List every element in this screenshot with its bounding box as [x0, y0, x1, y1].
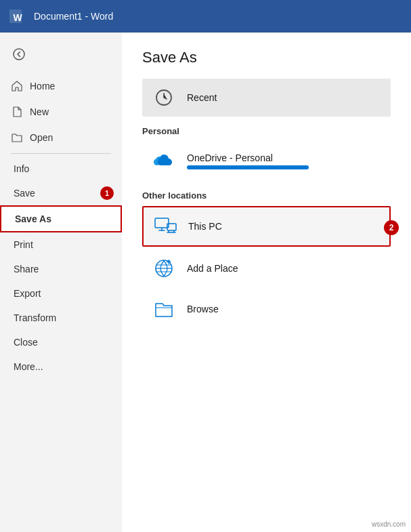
add-place-icon-container — [152, 256, 176, 281]
more-label: More... — [14, 361, 43, 372]
clock-icon — [154, 88, 173, 107]
sidebar-item-new[interactable]: New — [0, 99, 122, 125]
sidebar-item-save-as[interactable]: Save As — [0, 205, 122, 232]
other-locations-label: Other locations — [142, 190, 391, 201]
browse-icon — [154, 300, 174, 319]
svg-rect-5 — [155, 218, 169, 228]
open-label: Open — [30, 132, 53, 143]
titlebar: W Document1 - Word — [0, 0, 411, 33]
this-pc-icon-container — [153, 214, 177, 239]
browse-icon-container — [152, 297, 176, 321]
step2-badge: 2 — [384, 220, 399, 235]
onedrive-info: OneDrive - Personal — [187, 152, 309, 169]
save-label: Save — [14, 188, 35, 199]
add-place-icon — [154, 258, 174, 279]
svg-point-3 — [14, 49, 24, 60]
watermark: wsxdn.com — [372, 520, 406, 528]
this-pc-icon — [154, 217, 177, 236]
home-label: Home — [30, 81, 55, 91]
clock-icon-container — [152, 85, 176, 110]
svg-text:W: W — [13, 12, 22, 23]
transform-label: Transform — [14, 312, 56, 323]
onedrive-storage-bar — [187, 165, 309, 169]
browse-label: Browse — [187, 304, 219, 314]
browse-location[interactable]: Browse — [142, 290, 391, 328]
word-icon: W — [8, 7, 27, 26]
sidebar-item-info[interactable]: Info — [0, 157, 122, 181]
save-badge: 1 — [100, 186, 114, 200]
add-place-label: Add a Place — [187, 263, 238, 274]
export-label: Export — [14, 288, 41, 299]
this-pc-location[interactable]: This PC — [142, 206, 391, 247]
sidebar-item-share[interactable]: Share — [0, 257, 122, 281]
back-icon — [13, 48, 25, 60]
step2-badge-container: 2 — [384, 220, 399, 235]
onedrive-icon-container — [152, 148, 176, 173]
sidebar-item-close[interactable]: Close — [0, 330, 122, 354]
sidebar-divider — [11, 153, 111, 154]
save-as-label: Save As — [15, 213, 51, 224]
add-place-location[interactable]: Add a Place — [142, 249, 391, 287]
share-label: Share — [14, 264, 39, 274]
this-pc-label: This PC — [188, 221, 222, 232]
back-button[interactable] — [5, 41, 33, 68]
sidebar-item-open[interactable]: Open — [0, 125, 122, 150]
onedrive-location[interactable]: OneDrive - Personal — [142, 142, 391, 180]
sidebar: Home New Open Info Save 1 — [0, 33, 122, 532]
recent-label: Recent — [187, 92, 217, 103]
content-area: Save As Recent Personal OneDrive - — [122, 33, 411, 532]
sidebar-item-home[interactable]: Home — [0, 73, 122, 99]
page-title: Save As — [142, 49, 391, 66]
this-pc-wrapper: This PC 2 — [142, 206, 391, 249]
new-doc-icon — [11, 106, 23, 118]
info-label: Info — [14, 163, 29, 174]
close-label: Close — [14, 337, 38, 348]
folder-icon — [11, 131, 23, 144]
personal-section-label: Personal — [142, 126, 391, 136]
titlebar-app-name: Document1 - Word — [34, 11, 113, 22]
main-layout: Home New Open Info Save 1 — [0, 33, 411, 532]
sidebar-item-save[interactable]: Save 1 — [0, 181, 122, 205]
sidebar-item-export[interactable]: Export — [0, 281, 122, 306]
new-label: New — [30, 106, 49, 117]
onedrive-name: OneDrive - Personal — [187, 152, 309, 163]
home-icon — [11, 80, 23, 92]
onedrive-icon — [152, 153, 175, 168]
sidebar-item-more[interactable]: More... — [0, 354, 122, 379]
sidebar-item-transform[interactable]: Transform — [0, 306, 122, 330]
sidebar-item-print[interactable]: Print — [0, 232, 122, 257]
print-label: Print — [14, 239, 33, 250]
recent-location[interactable]: Recent — [142, 79, 391, 117]
